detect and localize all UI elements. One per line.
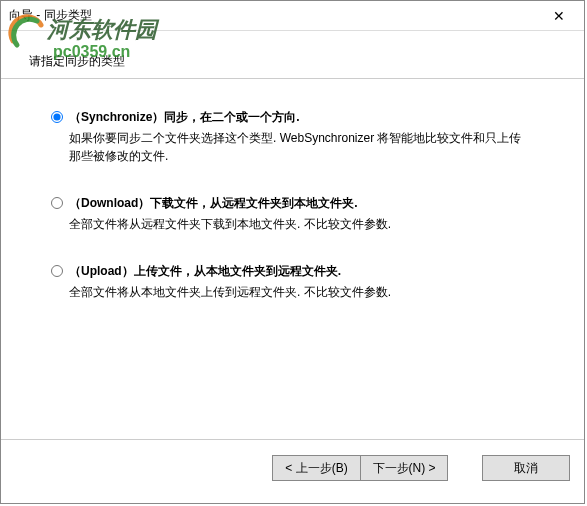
next-button[interactable]: 下一步(N) > <box>360 455 448 481</box>
option-upload-row[interactable]: （Upload）上传文件，从本地文件夹到远程文件夹. <box>51 263 534 280</box>
wizard-header: 请指定同步的类型 <box>1 31 584 79</box>
cancel-button[interactable]: 取消 <box>482 455 570 481</box>
option-synchronize-row[interactable]: （Synchronize）同步，在二个或一个方向. <box>51 109 534 126</box>
close-button[interactable]: ✕ <box>536 2 582 30</box>
button-bar: < 上一步(B) 下一步(N) > 取消 <box>1 440 584 496</box>
option-download: （Download）下载文件，从远程文件夹到本地文件夹. 全部文件将从远程文件夹… <box>51 195 534 233</box>
option-download-title: （Download）下载文件，从远程文件夹到本地文件夹. <box>69 195 358 212</box>
radio-upload[interactable] <box>51 265 63 277</box>
option-upload-title: （Upload）上传文件，从本地文件夹到远程文件夹. <box>69 263 341 280</box>
wizard-content: （Synchronize）同步，在二个或一个方向. 如果你要同步二个文件夹选择这… <box>1 79 584 439</box>
nav-button-group: < 上一步(B) 下一步(N) > <box>272 455 448 481</box>
option-upload-desc: 全部文件将从本地文件夹上传到远程文件夹. 不比较文件参数. <box>69 283 534 301</box>
radio-synchronize[interactable] <box>51 111 63 123</box>
wizard-window: 向导 - 同步类型 ✕ 请指定同步的类型 （Synchronize）同步，在二个… <box>0 0 585 504</box>
window-title: 向导 - 同步类型 <box>9 7 536 24</box>
titlebar: 向导 - 同步类型 ✕ <box>1 1 584 31</box>
back-button[interactable]: < 上一步(B) <box>272 455 360 481</box>
radio-download[interactable] <box>51 197 63 209</box>
close-icon: ✕ <box>553 8 565 24</box>
option-synchronize: （Synchronize）同步，在二个或一个方向. 如果你要同步二个文件夹选择这… <box>51 109 534 165</box>
option-download-row[interactable]: （Download）下载文件，从远程文件夹到本地文件夹. <box>51 195 534 212</box>
option-download-desc: 全部文件将从远程文件夹下载到本地文件夹. 不比较文件参数. <box>69 215 534 233</box>
instruction-text: 请指定同步的类型 <box>19 39 566 70</box>
option-synchronize-title: （Synchronize）同步，在二个或一个方向. <box>69 109 300 126</box>
option-upload: （Upload）上传文件，从本地文件夹到远程文件夹. 全部文件将从本地文件夹上传… <box>51 263 534 301</box>
option-synchronize-desc: 如果你要同步二个文件夹选择这个类型. WebSynchronizer 将智能地比… <box>69 129 534 165</box>
